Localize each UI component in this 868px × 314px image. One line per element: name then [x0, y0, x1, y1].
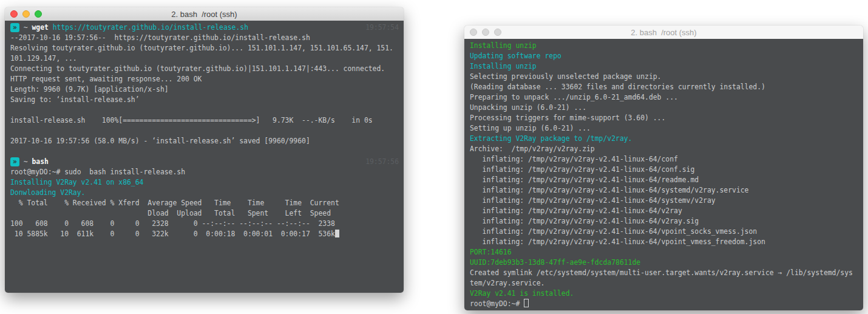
line-text: 101.129.147, ...: [10, 53, 77, 64]
close-button[interactable]: [10, 10, 18, 18]
line-text: (Reading database ... 33602 files and di…: [470, 82, 765, 92]
line-text: inflating: /tmp/v2ray/v2ray-v2.41-linux-…: [470, 196, 716, 206]
terminal-line: inflating: /tmp/v2ray/v2ray-v2.41-linux-…: [470, 237, 863, 247]
titlebar[interactable]: 2. bash /root (ssh): [5, 7, 404, 21]
line-text: HTTP request sent, awaiting response... …: [10, 74, 202, 84]
text-segment: 10 5885k 10 611k 0 0 322k 0 0:00:18 0:00…: [10, 230, 335, 238]
line-text: Unpacking unzip (6.0-21) ...: [470, 103, 586, 113]
terminal-line: [10, 126, 404, 136]
text-segment: Created symlink /etc/systemd/system/mult…: [470, 268, 853, 277]
terminal-line: root@myDO:~#: [470, 299, 863, 309]
line-text: Selecting previously unselected package …: [470, 72, 661, 82]
line-text: inflating: /tmp/v2ray/v2ray-v2.41-linux-…: [470, 227, 757, 237]
titlebar[interactable]: 2. bash /root (ssh): [464, 26, 863, 39]
terminal-line: 2017-10-16 19:57:56 (58.0 MB/s) - ‘insta…: [10, 136, 404, 146]
terminal-line: inflating: /tmp/v2ray/v2ray-v2.41-linux-…: [470, 216, 863, 227]
terminal-window-inactive: 2. bash /root (ssh) Installing unzipUpda…: [464, 26, 863, 310]
line-text: UUID:7deb93b3-13d8-47ff-ae9e-fdcda78611d…: [470, 258, 640, 268]
text-segment: root@myDO:~# sudo bash install-release.s…: [10, 168, 185, 176]
text-segment: 100 608 0 608 0 0 2328 0 --:--:-- --:--:…: [10, 219, 335, 228]
text-segment: ~: [19, 23, 32, 32]
zoom-button[interactable]: [494, 29, 501, 36]
line-text: root@myDO:~# sudo bash install-release.s…: [10, 167, 185, 177]
terminal-line: Setting up unzip (6.0-21) ...: [470, 123, 863, 134]
terminal-line: Dload Upload Total Spent Left Speed: [10, 208, 404, 219]
zoom-button[interactable]: [35, 10, 42, 18]
terminal-line: » ~ bash19:57:56: [10, 157, 404, 167]
terminal-line: Installing unzip: [470, 61, 863, 72]
terminal-line: Saving to: ‘install-release.sh’: [10, 95, 404, 105]
terminal-line: Donwloading V2Ray.: [10, 188, 404, 198]
terminal-line: Archive: /tmp/v2ray/v2ray.zip: [470, 144, 863, 154]
terminal-line: inflating: /tmp/v2ray/v2ray-v2.41-linux-…: [470, 196, 863, 206]
text-segment: (Reading database ... 33602 files and di…: [470, 83, 765, 91]
line-text: Connecting to toutyrater.github.io (tout…: [10, 64, 385, 74]
terminal-line: Installing V2Ray v2.41 on x86_64: [10, 177, 404, 188]
terminal-line: % Total % Received % Xferd Average Speed…: [10, 198, 404, 208]
terminal-line: install-release.sh 100%[================…: [10, 115, 404, 126]
terminal-line: inflating: /tmp/v2ray/v2ray-v2.41-linux-…: [470, 227, 863, 237]
text-segment: Length: 9960 (9.7K) [application/x-sh]: [10, 85, 169, 94]
minimize-button[interactable]: [22, 10, 30, 18]
text-segment: install-release.sh 100%[================…: [10, 116, 373, 125]
line-text: Installing V2Ray v2.41 on x86_64: [10, 177, 143, 188]
terminal-line: [10, 146, 404, 157]
text-segment: inflating: /tmp/v2ray/v2ray-v2.41-linux-…: [470, 217, 699, 225]
terminal-cursor: [524, 299, 529, 307]
terminal-output[interactable]: Installing unzipUpdating software repoIn…: [464, 39, 863, 310]
minimize-button[interactable]: [482, 29, 489, 36]
terminal-line: Updating software repo: [470, 51, 863, 61]
text-segment: inflating: /tmp/v2ray/v2ray-v2.41-linux-…: [470, 237, 765, 246]
line-text: 100 608 0 608 0 0 2328 0 --:--:-- --:--:…: [10, 219, 335, 229]
window-title: 2. bash /root (ssh): [5, 10, 404, 19]
timestamp: 19:57:54: [365, 22, 404, 33]
text-segment: UUID:7deb93b3-13d8-47ff-ae9e-fdcda78611d…: [470, 258, 640, 267]
line-text: tem/v2ray.service.: [470, 278, 544, 288]
line-text: Saving to: ‘install-release.sh’: [10, 95, 140, 105]
text-segment: 2017-10-16 19:57:56 (58.0 MB/s) - ‘insta…: [10, 137, 310, 145]
line-text: Updating software repo: [470, 51, 561, 61]
terminal-line: V2Ray v2.41 is installed.: [470, 288, 863, 299]
terminal-line: 100 608 0 608 0 0 2328 0 --:--:-- --:--:…: [10, 219, 404, 229]
line-text: Dload Upload Total Spent Left Speed: [10, 208, 331, 219]
text-segment: Resolving toutyrater.github.io (toutyrat…: [10, 44, 393, 52]
terminal-line: Selecting previously unselected package …: [470, 72, 863, 82]
line-text: --2017-10-16 19:57:56-- https://toutyrat…: [10, 33, 310, 43]
text-segment: https://toutyrater.github.io/install-rel…: [53, 23, 248, 32]
terminal-line: PORT:14616: [470, 247, 863, 258]
terminal-line: tem/v2ray.service.: [470, 278, 863, 288]
terminal-line: inflating: /tmp/v2ray/v2ray-v2.41-linux-…: [470, 206, 863, 216]
terminal-line: inflating: /tmp/v2ray/v2ray-v2.41-linux-…: [470, 175, 863, 185]
line-text: Created symlink /etc/systemd/system/mult…: [470, 268, 853, 278]
text-segment: Connecting to toutyrater.github.io (tout…: [10, 64, 385, 73]
terminal-line: 10 5885k 10 611k 0 0 322k 0 0:00:18 0:00…: [10, 229, 404, 239]
terminal-line: Unpacking unzip (6.0-21) ...: [470, 103, 863, 113]
text-segment: wget: [32, 23, 52, 32]
line-text: Archive: /tmp/v2ray/v2ray.zip: [470, 144, 595, 154]
line-text: Processing triggers for mime-support (3.…: [470, 113, 665, 123]
text-segment: Installing V2Ray v2.41 on x86_64: [10, 178, 143, 186]
line-text: V2Ray v2.41 is installed.: [470, 288, 574, 299]
text-segment: Selecting previously unselected package …: [470, 72, 661, 81]
terminal-line: Connecting to toutyrater.github.io (tout…: [10, 64, 404, 74]
text-segment: Preparing to unpack .../unzip_6.0-21_amd…: [470, 93, 678, 101]
line-text: » ~ wget https://toutyrater.github.io/in…: [10, 22, 248, 33]
terminal-line: Installing unzip: [470, 41, 863, 51]
line-text: Donwloading V2Ray.: [10, 188, 85, 198]
close-button[interactable]: [470, 29, 477, 36]
text-segment: --2017-10-16 19:57:56-- https://toutyrat…: [10, 33, 310, 42]
line-text: % Total % Received % Xferd Average Speed…: [10, 198, 339, 208]
timestamp: 19:57:56: [365, 157, 404, 167]
terminal-line: Preparing to unpack .../unzip_6.0-21_amd…: [470, 92, 863, 103]
terminal-line: [10, 105, 404, 115]
terminal-output[interactable]: » ~ wget https://toutyrater.github.io/in…: [5, 21, 404, 293]
terminal-cursor: [335, 230, 339, 237]
line-text: 10 5885k 10 611k 0 0 322k 0 0:00:18 0:00…: [10, 229, 339, 239]
terminal-window-active: 2. bash /root (ssh) » ~ wget https://tou…: [5, 7, 404, 293]
text-segment: V2Ray v2.41 is installed.: [470, 289, 574, 298]
text-segment: Unpacking unzip (6.0-21) ...: [470, 103, 586, 112]
terminal-line: inflating: /tmp/v2ray/v2ray-v2.41-linux-…: [470, 165, 863, 175]
text-segment: ~: [19, 157, 32, 166]
terminal-line: Created symlink /etc/systemd/system/mult…: [470, 268, 863, 278]
text-segment: root@myDO:~#: [470, 299, 524, 308]
